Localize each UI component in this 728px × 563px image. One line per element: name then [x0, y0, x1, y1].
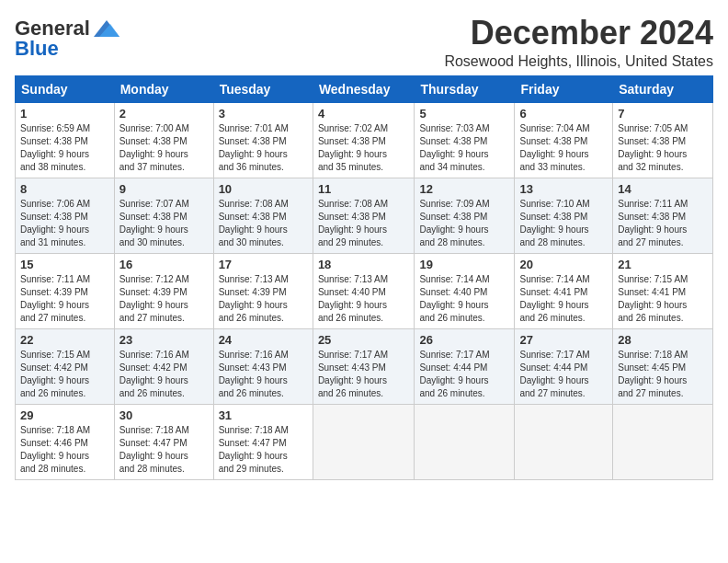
calendar-cell: 21Sunrise: 7:15 AM Sunset: 4:41 PM Dayli…: [613, 253, 713, 328]
day-info: Sunrise: 7:00 AM Sunset: 4:38 PM Dayligh…: [119, 122, 209, 174]
day-number: 21: [618, 258, 708, 271]
calendar-cell: 31Sunrise: 7:18 AM Sunset: 4:47 PM Dayli…: [213, 404, 313, 479]
title-area: December 2024 Rosewood Heights, Illinois…: [444, 15, 713, 70]
day-info: Sunrise: 7:15 AM Sunset: 4:42 PM Dayligh…: [20, 349, 109, 400]
calendar-cell: 9Sunrise: 7:07 AM Sunset: 4:38 PM Daylig…: [114, 178, 213, 253]
day-number: 11: [318, 182, 410, 196]
calendar-cell: [515, 404, 613, 479]
logo: General Blue: [15, 18, 119, 59]
day-info: Sunrise: 7:17 AM Sunset: 4:44 PM Dayligh…: [419, 349, 509, 400]
day-info: Sunrise: 7:18 AM Sunset: 4:47 PM Dayligh…: [119, 424, 209, 476]
calendar-cell: 22Sunrise: 7:15 AM Sunset: 4:42 PM Dayli…: [16, 328, 115, 404]
day-info: Sunrise: 7:01 AM Sunset: 4:38 PM Dayligh…: [219, 122, 308, 174]
calendar-cell: 13Sunrise: 7:10 AM Sunset: 4:38 PM Dayli…: [515, 178, 613, 253]
calendar-week-row: 15Sunrise: 7:11 AM Sunset: 4:39 PM Dayli…: [16, 253, 713, 328]
day-info: Sunrise: 7:17 AM Sunset: 4:43 PM Dayligh…: [318, 349, 410, 400]
day-number: 3: [219, 107, 308, 121]
calendar-cell: 30Sunrise: 7:18 AM Sunset: 4:47 PM Dayli…: [114, 404, 213, 479]
day-number: 17: [219, 258, 308, 271]
day-info: Sunrise: 7:07 AM Sunset: 4:38 PM Dayligh…: [119, 198, 209, 249]
calendar-cell: [613, 404, 713, 479]
day-info: Sunrise: 7:12 AM Sunset: 4:39 PM Dayligh…: [119, 273, 209, 325]
day-number: 10: [219, 182, 308, 196]
day-info: Sunrise: 7:13 AM Sunset: 4:39 PM Dayligh…: [219, 273, 308, 325]
weekday-header: Sunday: [16, 75, 115, 102]
calendar-cell: [415, 404, 515, 479]
day-info: Sunrise: 7:10 AM Sunset: 4:38 PM Dayligh…: [519, 198, 608, 249]
calendar-cell: 23Sunrise: 7:16 AM Sunset: 4:42 PM Dayli…: [114, 328, 213, 404]
calendar-cell: 6Sunrise: 7:04 AM Sunset: 4:38 PM Daylig…: [515, 102, 613, 178]
day-info: Sunrise: 7:18 AM Sunset: 4:45 PM Dayligh…: [618, 349, 708, 400]
calendar-table: SundayMondayTuesdayWednesdayThursdayFrid…: [15, 75, 713, 480]
day-info: Sunrise: 7:14 AM Sunset: 4:40 PM Dayligh…: [419, 273, 509, 325]
day-number: 28: [618, 333, 708, 347]
day-number: 2: [119, 107, 209, 121]
day-number: 20: [519, 258, 608, 271]
day-number: 4: [318, 107, 410, 121]
day-number: 24: [219, 333, 308, 347]
month-title: December 2024: [444, 15, 713, 52]
calendar-cell: 15Sunrise: 7:11 AM Sunset: 4:39 PM Dayli…: [16, 253, 115, 328]
day-info: Sunrise: 7:18 AM Sunset: 4:47 PM Dayligh…: [219, 424, 308, 476]
calendar-cell: 4Sunrise: 7:02 AM Sunset: 4:38 PM Daylig…: [313, 102, 415, 178]
day-info: Sunrise: 7:03 AM Sunset: 4:38 PM Dayligh…: [419, 122, 509, 174]
calendar-cell: 27Sunrise: 7:17 AM Sunset: 4:44 PM Dayli…: [515, 328, 613, 404]
calendar-week-row: 8Sunrise: 7:06 AM Sunset: 4:38 PM Daylig…: [16, 178, 713, 253]
day-info: Sunrise: 7:16 AM Sunset: 4:43 PM Dayligh…: [219, 349, 308, 400]
logo-icon: [94, 20, 119, 37]
day-info: Sunrise: 7:17 AM Sunset: 4:44 PM Dayligh…: [519, 349, 608, 400]
day-info: Sunrise: 7:11 AM Sunset: 4:38 PM Dayligh…: [618, 198, 708, 249]
day-number: 15: [20, 258, 109, 271]
weekday-header: Saturday: [613, 75, 713, 102]
day-number: 27: [519, 333, 608, 347]
calendar-cell: 17Sunrise: 7:13 AM Sunset: 4:39 PM Dayli…: [213, 253, 313, 328]
day-number: 25: [318, 333, 410, 347]
day-number: 13: [519, 182, 608, 196]
day-number: 1: [20, 107, 109, 121]
calendar-cell: 24Sunrise: 7:16 AM Sunset: 4:43 PM Dayli…: [213, 328, 313, 404]
day-info: Sunrise: 7:16 AM Sunset: 4:42 PM Dayligh…: [119, 349, 209, 400]
calendar-week-row: 29Sunrise: 7:18 AM Sunset: 4:46 PM Dayli…: [16, 404, 713, 479]
calendar-cell: 19Sunrise: 7:14 AM Sunset: 4:40 PM Dayli…: [415, 253, 515, 328]
day-number: 30: [119, 408, 209, 422]
page-header: General Blue December 2024 Rosewood Heig…: [15, 15, 713, 70]
day-number: 5: [419, 107, 509, 121]
calendar-cell: 28Sunrise: 7:18 AM Sunset: 4:45 PM Dayli…: [613, 328, 713, 404]
day-number: 22: [20, 333, 109, 347]
day-info: Sunrise: 7:09 AM Sunset: 4:38 PM Dayligh…: [419, 198, 509, 249]
day-number: 6: [519, 107, 608, 121]
calendar-week-row: 1Sunrise: 6:59 AM Sunset: 4:38 PM Daylig…: [16, 102, 713, 178]
weekday-header: Monday: [114, 75, 213, 102]
logo-blue: Blue: [15, 39, 59, 59]
day-number: 23: [119, 333, 209, 347]
calendar-cell: 1Sunrise: 6:59 AM Sunset: 4:38 PM Daylig…: [16, 102, 115, 178]
day-number: 26: [419, 333, 509, 347]
day-number: 16: [119, 258, 209, 271]
day-number: 18: [318, 258, 410, 271]
day-info: Sunrise: 7:15 AM Sunset: 4:41 PM Dayligh…: [618, 273, 708, 325]
day-info: Sunrise: 7:11 AM Sunset: 4:39 PM Dayligh…: [20, 273, 109, 325]
day-number: 31: [219, 408, 308, 422]
day-info: Sunrise: 7:18 AM Sunset: 4:46 PM Dayligh…: [20, 424, 109, 476]
calendar-cell: 2Sunrise: 7:00 AM Sunset: 4:38 PM Daylig…: [114, 102, 213, 178]
day-info: Sunrise: 7:04 AM Sunset: 4:38 PM Dayligh…: [519, 122, 608, 174]
day-info: Sunrise: 7:13 AM Sunset: 4:40 PM Dayligh…: [318, 273, 410, 325]
calendar-cell: 26Sunrise: 7:17 AM Sunset: 4:44 PM Dayli…: [415, 328, 515, 404]
calendar-cell: 18Sunrise: 7:13 AM Sunset: 4:40 PM Dayli…: [313, 253, 415, 328]
weekday-header-row: SundayMondayTuesdayWednesdayThursdayFrid…: [16, 75, 713, 102]
day-number: 7: [618, 107, 708, 121]
calendar-cell: 8Sunrise: 7:06 AM Sunset: 4:38 PM Daylig…: [16, 178, 115, 253]
weekday-header: Wednesday: [313, 75, 415, 102]
calendar-cell: 14Sunrise: 7:11 AM Sunset: 4:38 PM Dayli…: [613, 178, 713, 253]
calendar-cell: 29Sunrise: 7:18 AM Sunset: 4:46 PM Dayli…: [16, 404, 115, 479]
location-title: Rosewood Heights, Illinois, United State…: [444, 53, 713, 70]
calendar-cell: [313, 404, 415, 479]
day-number: 29: [20, 408, 109, 422]
logo-general: General: [15, 18, 90, 39]
weekday-header: Friday: [515, 75, 613, 102]
day-number: 9: [119, 182, 209, 196]
calendar-cell: 20Sunrise: 7:14 AM Sunset: 4:41 PM Dayli…: [515, 253, 613, 328]
day-info: Sunrise: 7:14 AM Sunset: 4:41 PM Dayligh…: [519, 273, 608, 325]
day-info: Sunrise: 7:06 AM Sunset: 4:38 PM Dayligh…: [20, 198, 109, 249]
calendar-cell: 16Sunrise: 7:12 AM Sunset: 4:39 PM Dayli…: [114, 253, 213, 328]
